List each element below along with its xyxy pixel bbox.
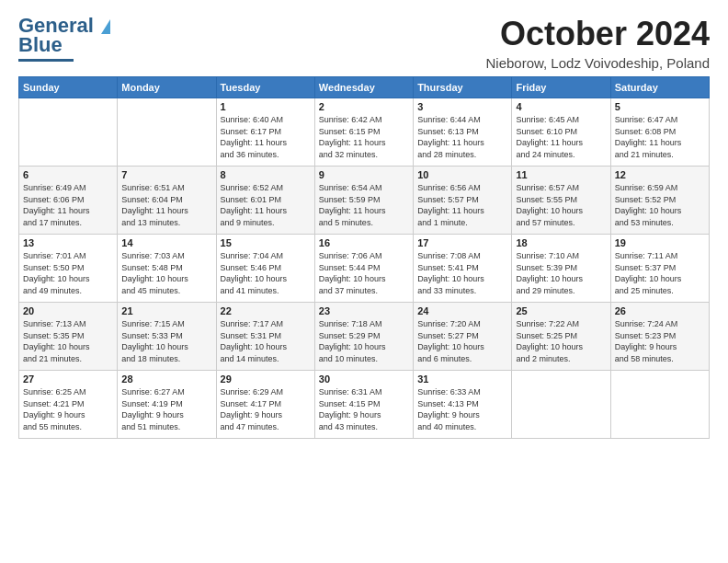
day-number: 9 [319,169,409,180]
day-info: Sunrise: 7:03 AMSunset: 5:48 PMDaylight:… [121,250,211,296]
calendar-cell: 7Sunrise: 6:51 AMSunset: 6:04 PMDaylight… [118,167,216,235]
calendar-cell: 4Sunrise: 6:45 AMSunset: 6:10 PMDaylight… [512,98,610,167]
day-info: Sunrise: 7:08 AMSunset: 5:41 PMDaylight:… [417,250,507,296]
calendar-cell: 30Sunrise: 6:31 AMSunset: 4:15 PMDayligh… [314,371,413,439]
calendar-cell: 18Sunrise: 7:10 AMSunset: 5:39 PMDayligh… [512,235,610,303]
day-number: 23 [319,305,409,316]
day-info: Sunrise: 6:52 AMSunset: 6:01 PMDaylight:… [221,182,311,228]
calendar-cell: 15Sunrise: 7:04 AMSunset: 5:46 PMDayligh… [216,235,314,303]
calendar-cell: 8Sunrise: 6:52 AMSunset: 6:01 PMDaylight… [216,167,314,235]
day-info: Sunrise: 7:20 AMSunset: 5:27 PMDaylight:… [417,318,507,364]
day-number: 6 [23,169,113,180]
calendar-cell: 3Sunrise: 6:44 AMSunset: 6:13 PMDaylight… [414,98,512,167]
col-sunday: Sunday [19,77,118,98]
calendar-cell: 2Sunrise: 6:42 AMSunset: 6:15 PMDaylight… [314,98,413,167]
day-number: 25 [516,305,606,316]
day-info: Sunrise: 6:40 AMSunset: 6:17 PMDaylight:… [221,114,311,160]
week-row-4: 27Sunrise: 6:25 AMSunset: 4:21 PMDayligh… [19,371,710,439]
day-info: Sunrise: 7:18 AMSunset: 5:29 PMDaylight:… [319,318,409,364]
col-tuesday: Tuesday [216,77,314,98]
calendar-cell: 25Sunrise: 7:22 AMSunset: 5:25 PMDayligh… [512,303,610,371]
day-number: 29 [221,373,311,385]
calendar-body: 1Sunrise: 6:40 AMSunset: 6:17 PMDaylight… [19,98,710,439]
calendar-cell: 6Sunrise: 6:49 AMSunset: 6:06 PMDaylight… [19,167,118,235]
day-number: 3 [417,101,507,112]
day-number: 8 [221,169,311,180]
day-info: Sunrise: 7:11 AMSunset: 5:37 PMDaylight:… [615,250,705,296]
calendar-cell: 24Sunrise: 7:20 AMSunset: 5:27 PMDayligh… [414,303,512,371]
calendar-cell: 12Sunrise: 6:59 AMSunset: 5:52 PMDayligh… [610,167,709,235]
day-number: 13 [23,237,113,248]
day-info: Sunrise: 6:29 AMSunset: 4:17 PMDaylight:… [221,386,311,432]
day-number: 4 [516,101,606,112]
day-info: Sunrise: 7:10 AMSunset: 5:39 PMDaylight:… [516,250,606,296]
day-number: 12 [615,169,705,180]
day-number: 28 [121,373,211,385]
calendar-table: Sunday Monday Tuesday Wednesday Thursday… [18,76,710,439]
calendar-cell: 23Sunrise: 7:18 AMSunset: 5:29 PMDayligh… [314,303,413,371]
day-number: 14 [121,237,211,248]
calendar-cell: 16Sunrise: 7:06 AMSunset: 5:44 PMDayligh… [314,235,413,303]
day-info: Sunrise: 6:25 AMSunset: 4:21 PMDaylight:… [23,386,113,432]
day-info: Sunrise: 7:13 AMSunset: 5:35 PMDaylight:… [23,318,113,364]
day-number: 27 [23,373,113,385]
day-info: Sunrise: 6:45 AMSunset: 6:10 PMDaylight:… [516,114,606,160]
day-info: Sunrise: 7:04 AMSunset: 5:46 PMDaylight:… [221,250,311,296]
week-row-3: 20Sunrise: 7:13 AMSunset: 5:35 PMDayligh… [19,303,710,371]
header-row: Sunday Monday Tuesday Wednesday Thursday… [19,77,710,98]
day-info: Sunrise: 6:56 AMSunset: 5:57 PMDaylight:… [417,182,507,228]
calendar-cell: 21Sunrise: 7:15 AMSunset: 5:33 PMDayligh… [118,303,216,371]
day-info: Sunrise: 7:06 AMSunset: 5:44 PMDaylight:… [319,250,409,296]
calendar-cell: 31Sunrise: 6:33 AMSunset: 4:13 PMDayligh… [414,371,512,439]
calendar-cell [512,371,610,439]
day-info: Sunrise: 6:57 AMSunset: 5:55 PMDaylight:… [516,182,606,228]
week-row-1: 6Sunrise: 6:49 AMSunset: 6:06 PMDaylight… [19,167,710,235]
day-info: Sunrise: 6:59 AMSunset: 5:52 PMDaylight:… [615,182,705,228]
calendar-cell: 22Sunrise: 7:17 AMSunset: 5:31 PMDayligh… [216,303,314,371]
calendar-cell [19,98,118,167]
col-saturday: Saturday [610,77,709,98]
col-friday: Friday [512,77,610,98]
day-info: Sunrise: 6:42 AMSunset: 6:15 PMDaylight:… [319,114,409,160]
day-info: Sunrise: 7:17 AMSunset: 5:31 PMDaylight:… [221,318,311,364]
week-row-0: 1Sunrise: 6:40 AMSunset: 6:17 PMDaylight… [19,98,710,167]
col-wednesday: Wednesday [314,77,413,98]
day-info: Sunrise: 6:33 AMSunset: 4:13 PMDaylight:… [417,386,507,432]
location: Nieborow, Lodz Voivodeship, Poland [485,55,710,71]
day-info: Sunrise: 6:47 AMSunset: 6:08 PMDaylight:… [615,114,705,160]
day-number: 20 [23,305,113,316]
day-info: Sunrise: 7:22 AMSunset: 5:25 PMDaylight:… [516,318,606,364]
day-info: Sunrise: 7:01 AMSunset: 5:50 PMDaylight:… [23,250,113,296]
day-info: Sunrise: 6:27 AMSunset: 4:19 PMDaylight:… [121,386,211,432]
day-number: 2 [319,101,409,112]
day-number: 5 [615,101,705,112]
day-number: 30 [319,373,409,385]
calendar-cell: 27Sunrise: 6:25 AMSunset: 4:21 PMDayligh… [19,371,118,439]
day-number: 16 [319,237,409,248]
day-number: 18 [516,237,606,248]
title-block: October 2024 Nieborow, Lodz Voivodeship,… [485,15,710,71]
day-number: 26 [615,305,705,316]
col-monday: Monday [118,77,216,98]
logo: General Blue [18,15,110,62]
day-info: Sunrise: 6:51 AMSunset: 6:04 PMDaylight:… [121,182,211,228]
col-thursday: Thursday [414,77,512,98]
day-number: 21 [121,305,211,316]
day-number: 31 [417,373,507,385]
day-number: 1 [221,101,311,112]
calendar-cell: 1Sunrise: 6:40 AMSunset: 6:17 PMDaylight… [216,98,314,167]
calendar-cell: 5Sunrise: 6:47 AMSunset: 6:08 PMDaylight… [610,98,709,167]
day-info: Sunrise: 6:54 AMSunset: 5:59 PMDaylight:… [319,182,409,228]
day-info: Sunrise: 6:44 AMSunset: 6:13 PMDaylight:… [417,114,507,160]
page: General Blue October 2024 Nieborow, Lodz… [0,0,728,448]
calendar-cell: 28Sunrise: 6:27 AMSunset: 4:19 PMDayligh… [118,371,216,439]
day-info: Sunrise: 6:49 AMSunset: 6:06 PMDaylight:… [23,182,113,228]
calendar-cell: 26Sunrise: 7:24 AMSunset: 5:23 PMDayligh… [610,303,709,371]
calendar-cell: 19Sunrise: 7:11 AMSunset: 5:37 PMDayligh… [610,235,709,303]
calendar-cell: 10Sunrise: 6:56 AMSunset: 5:57 PMDayligh… [414,167,512,235]
calendar-cell: 20Sunrise: 7:13 AMSunset: 5:35 PMDayligh… [19,303,118,371]
calendar-cell: 14Sunrise: 7:03 AMSunset: 5:48 PMDayligh… [118,235,216,303]
day-info: Sunrise: 7:24 AMSunset: 5:23 PMDaylight:… [615,318,705,364]
calendar-cell: 9Sunrise: 6:54 AMSunset: 5:59 PMDaylight… [314,167,413,235]
day-number: 24 [417,305,507,316]
